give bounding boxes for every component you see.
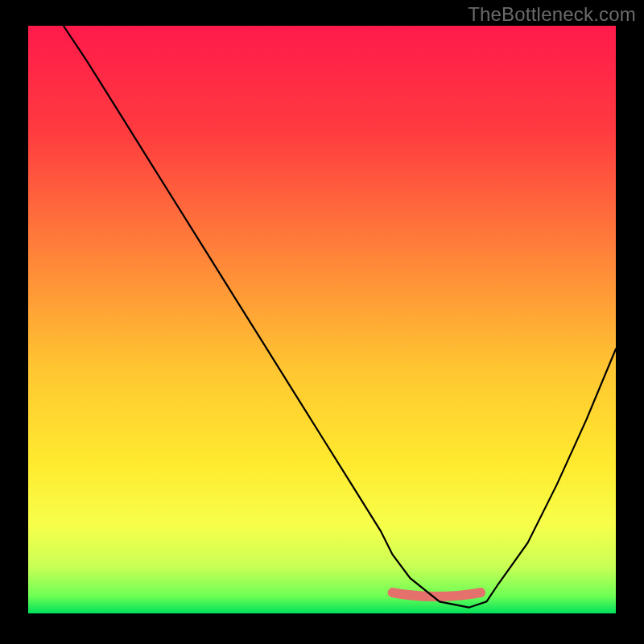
- highlight-segment: [393, 592, 481, 597]
- watermark-text: TheBottleneck.com: [468, 3, 636, 26]
- chart-root: TheBottleneck.com: [0, 0, 644, 644]
- chart-svg: [0, 0, 644, 644]
- plot-area: [28, 26, 616, 613]
